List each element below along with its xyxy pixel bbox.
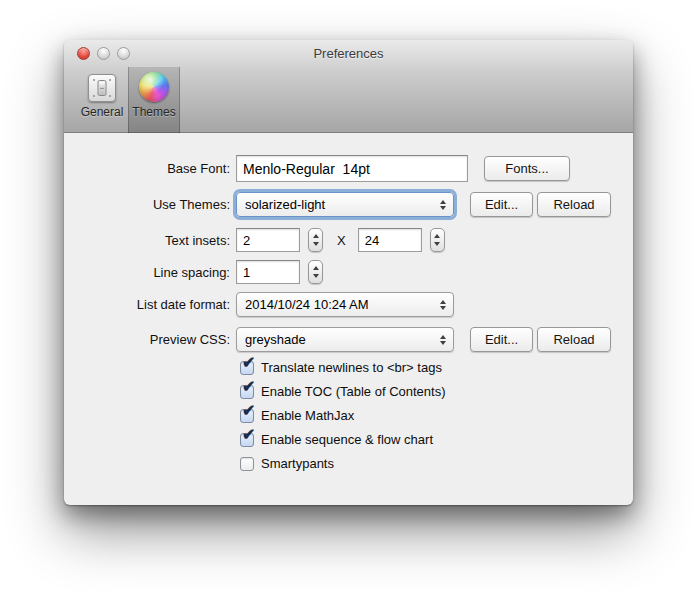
checkmark-icon: ✔ (242, 427, 255, 443)
use-themes-value: solarized-light (245, 197, 440, 212)
checkbox-box: ✔ (240, 361, 254, 375)
text-insets-x-stepper[interactable] (308, 228, 323, 252)
up-down-arrows-icon (440, 300, 446, 310)
checkbox-box: ✔ (240, 433, 254, 447)
checkbox-box: ✔ (240, 409, 254, 423)
checkbox-box: ✔ (240, 385, 254, 399)
css-edit-button[interactable]: Edit... (470, 327, 533, 352)
line-spacing-row: Line spacing: (64, 260, 633, 284)
list-date-format-label: List date format: (64, 297, 230, 312)
fonts-button[interactable]: Fonts... (484, 156, 570, 181)
traffic-lights (77, 47, 130, 60)
checkmark-icon: ✔ (242, 379, 255, 395)
checkmark-icon: ✔ (242, 403, 255, 419)
base-font-row: Base Font: Fonts... (64, 155, 633, 182)
titlebar[interactable]: Preferences (64, 40, 633, 67)
preview-css-row: Preview CSS: greyshade Edit... Reload (64, 327, 633, 352)
preferences-form: Base Font: Fonts... Use Themes: solarize… (64, 133, 633, 472)
text-insets-y-stepper[interactable] (430, 228, 445, 252)
checkbox-box: ✔ (240, 457, 254, 471)
window-title: Preferences (64, 40, 633, 68)
window-header: Preferences General Themes (64, 40, 633, 133)
checkmark-icon: ✔ (242, 355, 255, 371)
checkbox-translate-newlines[interactable]: ✔ Translate newlines to <br> tags (240, 359, 633, 376)
preview-css-label: Preview CSS: (64, 332, 230, 347)
checkbox-enable-mathjax[interactable]: ✔ Enable MathJax (240, 407, 633, 424)
list-date-format-row: List date format: 2014/10/24 10:24 AM (64, 292, 633, 317)
text-insets-y-field[interactable] (358, 228, 422, 252)
preview-css-value: greyshade (245, 332, 440, 347)
toolbar: General Themes (76, 67, 180, 133)
base-font-label: Base Font: (64, 161, 230, 176)
css-reload-button[interactable]: Reload (537, 327, 611, 352)
use-themes-row: Use Themes: solarized-light Edit... Relo… (64, 192, 633, 217)
toolbar-item-label: General (81, 105, 124, 119)
up-down-arrows-icon (440, 200, 446, 210)
use-themes-popup[interactable]: solarized-light (236, 192, 454, 217)
line-spacing-label: Line spacing: (64, 265, 230, 280)
light-switch-icon (88, 74, 116, 102)
preferences-window: Preferences General Themes Base Font: Fo… (64, 40, 633, 505)
checkbox-enable-toc[interactable]: ✔ Enable TOC (Table of Contents) (240, 383, 633, 400)
checkbox-label: Enable MathJax (261, 408, 354, 423)
checkbox-label: Enable sequence & flow chart (261, 432, 433, 447)
preview-css-popup[interactable]: greyshade (236, 327, 454, 352)
checkbox-label: Enable TOC (Table of Contents) (261, 384, 446, 399)
use-themes-label: Use Themes: (64, 197, 230, 212)
line-spacing-field[interactable] (236, 260, 300, 284)
text-insets-x-field[interactable] (236, 228, 300, 252)
line-spacing-stepper[interactable] (308, 260, 323, 284)
toolbar-item-themes[interactable]: Themes (128, 67, 180, 133)
base-font-field[interactable] (236, 155, 468, 182)
list-date-format-value: 2014/10/24 10:24 AM (245, 297, 440, 312)
text-insets-label: Text insets: (64, 233, 230, 248)
themes-edit-button[interactable]: Edit... (470, 192, 533, 217)
zoom-icon[interactable] (117, 47, 130, 60)
checkbox-smartypants[interactable]: ✔ Smartypants (240, 455, 633, 472)
checkbox-enable-sequence-flow-chart[interactable]: ✔ Enable sequence & flow chart (240, 431, 633, 448)
up-down-arrows-icon (440, 335, 446, 345)
list-date-format-popup[interactable]: 2014/10/24 10:24 AM (236, 292, 454, 317)
themes-reload-button[interactable]: Reload (537, 192, 611, 217)
checkbox-label: Smartypants (261, 456, 334, 471)
text-insets-separator: X (337, 233, 346, 248)
color-wheel-icon (139, 72, 169, 102)
checkbox-label: Translate newlines to <br> tags (261, 360, 442, 375)
minimize-icon[interactable] (97, 47, 110, 60)
close-icon[interactable] (77, 47, 90, 60)
toolbar-item-label: Themes (132, 105, 175, 119)
toolbar-item-general[interactable]: General (76, 67, 128, 133)
text-insets-row: Text insets: X (64, 228, 633, 252)
